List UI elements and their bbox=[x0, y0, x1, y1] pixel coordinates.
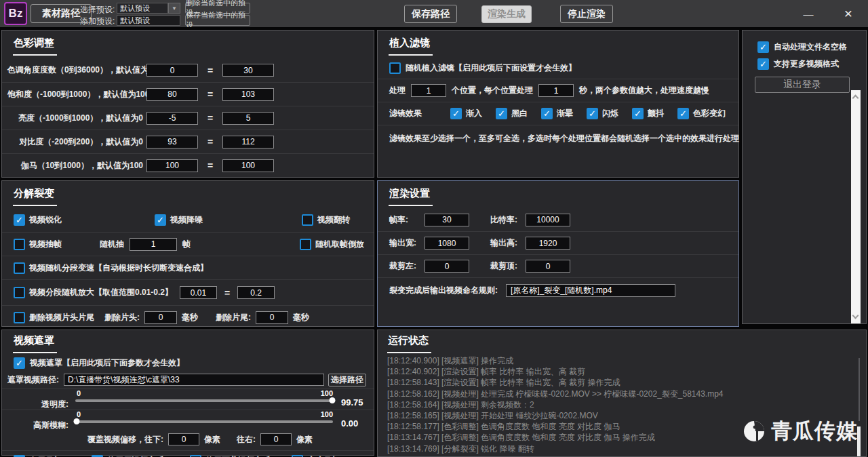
preset-select[interactable]: 默认预设 bbox=[117, 3, 168, 14]
frame-count-input[interactable] bbox=[130, 238, 177, 251]
brightness-max-input[interactable] bbox=[222, 112, 274, 125]
frame-extract-option[interactable]: 视频抽帧 bbox=[14, 239, 100, 250]
effect-flicker[interactable]: 闪烁 bbox=[587, 108, 618, 119]
saturation-max-input[interactable] bbox=[222, 88, 274, 101]
crop-top-input[interactable] bbox=[526, 260, 570, 273]
logout-button[interactable]: 退出登录 bbox=[755, 77, 850, 93]
gamma-label: 伽马（10到1000），默认值为100 bbox=[7, 160, 143, 172]
choose-path-button[interactable]: 选择路径 bbox=[328, 374, 366, 386]
hue-max-input[interactable] bbox=[222, 64, 274, 77]
effect-checkbox[interactable] bbox=[677, 108, 689, 119]
segment-zoom-checkbox[interactable] bbox=[14, 287, 25, 298]
naming-rule-input[interactable] bbox=[506, 284, 675, 297]
range-separator: = bbox=[198, 136, 222, 147]
contrast-min-input[interactable] bbox=[146, 136, 198, 148]
naming-rule-label: 裂变完成后输出视频命名规则: bbox=[389, 285, 498, 296]
frame-extract-checkbox[interactable] bbox=[14, 239, 25, 250]
segment-speed-option[interactable]: 视频随机分段变速【自动根据时长切断变速合成】 bbox=[14, 262, 208, 274]
close-icon[interactable]: × bbox=[840, 5, 857, 22]
flip-option[interactable]: 视频翻转 bbox=[302, 214, 350, 226]
seconds-input[interactable] bbox=[538, 84, 574, 97]
offset-down-input[interactable] bbox=[168, 433, 199, 445]
slider-track[interactable] bbox=[75, 420, 333, 423]
app-logo: Bz bbox=[4, 2, 27, 25]
process-prefix: 处理 bbox=[389, 85, 406, 96]
reverse-frames-option[interactable]: 随机取帧倒放 bbox=[300, 239, 364, 250]
app-window: Bz 素材路径 选择预设: 默认预设 ▼ 添加预设: 删除当前选中的预设 保存当… bbox=[0, 0, 868, 457]
output-width-input[interactable] bbox=[425, 237, 469, 250]
select-preset-label: 选择预设: bbox=[80, 4, 115, 16]
sharpen-checkbox[interactable] bbox=[14, 214, 25, 226]
effect-checkbox[interactable] bbox=[496, 108, 507, 119]
trim-head-input[interactable] bbox=[144, 311, 177, 324]
fps-input[interactable] bbox=[425, 214, 469, 226]
zoom-min-input[interactable] bbox=[180, 286, 217, 299]
effect-checkbox[interactable] bbox=[587, 108, 598, 119]
effect-checkbox[interactable] bbox=[541, 108, 553, 119]
positions-input[interactable] bbox=[411, 84, 446, 97]
brightness-min-input[interactable] bbox=[146, 112, 198, 125]
panel-title: 色彩调整 bbox=[13, 37, 57, 56]
crop-left-input[interactable] bbox=[425, 260, 469, 273]
render-generate-button[interactable]: 渲染生成 bbox=[481, 5, 532, 23]
chevron-down-icon[interactable]: ▼ bbox=[168, 3, 180, 14]
segment-zoom-option[interactable]: 视频分段随机放大【取值范围0.01-0.2】 bbox=[14, 287, 173, 298]
denoise-checkbox[interactable] bbox=[155, 214, 166, 226]
fission-panel: 分解裂变 视频锐化 视频降噪 视频翻转 bbox=[1, 180, 374, 327]
add-preset-input[interactable] bbox=[117, 15, 180, 26]
trim-tail-input[interactable] bbox=[256, 311, 288, 324]
offset-right-input[interactable] bbox=[260, 433, 292, 445]
gamma-min-input[interactable] bbox=[146, 159, 198, 172]
zoom-max-input[interactable] bbox=[237, 286, 275, 299]
saturation-label: 饱和度（-1000到1000），默认值为100 bbox=[7, 89, 143, 100]
panel-title: 渲染设置 bbox=[389, 187, 433, 206]
minimize-icon[interactable]: — bbox=[800, 5, 816, 22]
flip-checkbox[interactable] bbox=[302, 214, 313, 226]
bitrate-input[interactable] bbox=[526, 214, 570, 226]
render-settings-panel: 渲染设置 帧率: 比特率: 输出宽: 输出高: 裁剪左: 裁剪顶: bbox=[377, 180, 739, 327]
stop-render-button[interactable]: 停止渲染 bbox=[560, 5, 613, 23]
more-formats-option[interactable]: 支持更多视频格式 bbox=[757, 58, 866, 70]
output-height-label: 输出高: bbox=[490, 237, 526, 249]
panel-title: 植入滤镜 bbox=[389, 37, 433, 56]
effect-blackwhite[interactable]: 黑白 bbox=[496, 108, 528, 119]
hue-label: 色调角度度数（0到36000），默认值为0 bbox=[7, 64, 143, 76]
mask-path-input[interactable] bbox=[64, 374, 324, 386]
blur-max-label: 100 bbox=[321, 410, 333, 418]
save-path-button[interactable]: 保存路径 bbox=[404, 5, 457, 23]
hue-min-input[interactable] bbox=[146, 64, 198, 77]
effect-fade-in[interactable]: 渐入 bbox=[450, 108, 482, 119]
sharpen-option[interactable]: 视频锐化 bbox=[14, 214, 155, 226]
auto-space-option[interactable]: 自动处理文件名空格 bbox=[757, 41, 866, 53]
auto-space-checkbox[interactable] bbox=[757, 41, 769, 53]
trim-option[interactable]: 删除视频片头片尾 bbox=[14, 312, 104, 323]
blur-slider[interactable]: 0 100 bbox=[75, 410, 333, 431]
log-scrollbar-track[interactable] bbox=[859, 358, 860, 421]
mask-enable-checkbox[interactable] bbox=[14, 357, 25, 369]
effect-checkbox[interactable] bbox=[632, 108, 644, 119]
save-preset-button[interactable]: 保存当前选中的预设 bbox=[185, 15, 250, 26]
effect-colorshift[interactable]: 色彩变幻 bbox=[677, 108, 726, 119]
more-formats-checkbox[interactable] bbox=[757, 58, 769, 70]
segment-speed-checkbox[interactable] bbox=[14, 262, 25, 274]
chevron-down-icon[interactable] bbox=[852, 313, 859, 319]
offset-down-label: 覆盖视频偏移，往下: bbox=[87, 434, 163, 445]
output-height-input[interactable] bbox=[526, 237, 570, 250]
effect-vignette[interactable]: 渐晕 bbox=[541, 108, 573, 119]
reverse-frames-checkbox[interactable] bbox=[300, 239, 311, 250]
slider-thumb[interactable] bbox=[73, 418, 79, 424]
slider-thumb[interactable] bbox=[330, 397, 336, 403]
effect-checkbox[interactable] bbox=[450, 108, 462, 119]
settings-scrollbar[interactable] bbox=[851, 90, 861, 323]
gamma-max-input[interactable] bbox=[222, 159, 274, 172]
slider-track[interactable] bbox=[75, 399, 333, 402]
color-adjust-panel: 色彩调整 色调角度度数（0到36000），默认值为0 = 饱和度（-1000到1… bbox=[1, 30, 374, 178]
opacity-slider[interactable]: 0 100 bbox=[75, 389, 333, 410]
denoise-option[interactable]: 视频降噪 bbox=[155, 214, 302, 226]
contrast-max-input[interactable] bbox=[222, 136, 274, 148]
effect-shake[interactable]: 颤抖 bbox=[632, 108, 664, 119]
random-filter-checkbox[interactable] bbox=[389, 62, 401, 74]
saturation-min-input[interactable] bbox=[146, 88, 198, 101]
trim-checkbox[interactable] bbox=[14, 312, 25, 323]
chevron-up-icon[interactable] bbox=[852, 95, 859, 102]
